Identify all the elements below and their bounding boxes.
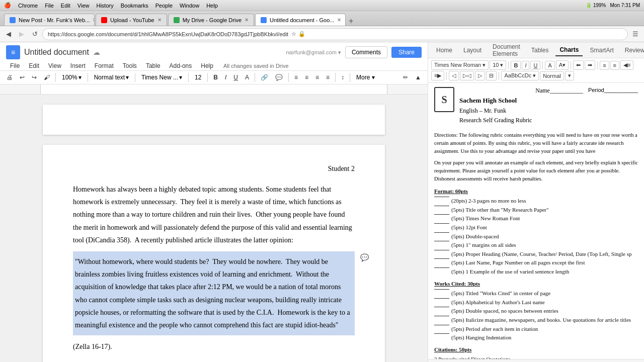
link-button[interactable]: 🔗 xyxy=(258,73,271,82)
toolbar-sep-2 xyxy=(88,73,88,82)
menu-tools[interactable]: Tools xyxy=(119,61,141,70)
rp-indent-right[interactable]: ➡ xyxy=(585,60,595,70)
rp-tab-doc-elements[interactable]: Document Elements xyxy=(489,42,524,59)
rp-school-info: Sachem High School English – Mr. Funk Re… xyxy=(459,96,583,125)
rp-tab-review[interactable]: Review xyxy=(621,45,644,56)
menu-help[interactable]: Help xyxy=(197,61,217,70)
rp-italic[interactable]: I xyxy=(522,61,529,70)
align-right-button[interactable]: ≡ xyxy=(313,73,321,82)
tab-1[interactable]: Upload - YouTube ✕ xyxy=(96,14,167,26)
format-item-0: (20pts) 2-3 pages no more no less xyxy=(434,197,638,206)
forward-button[interactable]: ▶ xyxy=(16,29,27,40)
tab-2[interactable]: My Drive - Google Drive ✕ xyxy=(168,14,254,26)
doc-page-1[interactable] xyxy=(43,105,385,135)
italic-button[interactable]: I xyxy=(222,73,229,82)
rp-tab-smartart[interactable]: SmartArt xyxy=(586,45,617,56)
rp-highlight[interactable]: A▾ xyxy=(556,60,569,70)
menu-format[interactable]: Format xyxy=(91,61,118,70)
class-line: English – Mr. Funk xyxy=(459,106,583,116)
os-file[interactable]: File xyxy=(45,3,54,9)
tab-3[interactable]: Untitled document - Goo... ✕ xyxy=(255,14,346,26)
bold-button[interactable]: B xyxy=(211,73,220,82)
rp-align-justify[interactable]: ⊟ xyxy=(486,71,497,80)
align-justify-button[interactable]: ≡ xyxy=(324,73,332,82)
rp-font-size[interactable]: 10 ▾ xyxy=(490,60,506,70)
settings-button[interactable]: ☰ xyxy=(630,29,641,40)
rp-font-name[interactable]: Times New Roman ▾ xyxy=(431,60,489,70)
rp-styles-dropdown[interactable]: AaBbCcDc ▾ xyxy=(501,71,539,80)
new-tab-button[interactable]: + xyxy=(349,17,353,26)
redo-button[interactable]: ↪ xyxy=(29,73,39,82)
more-dropdown[interactable]: More ▾ xyxy=(353,72,378,82)
os-history[interactable]: History xyxy=(96,3,113,9)
os-people[interactable]: People xyxy=(155,3,173,9)
menu-file[interactable]: File xyxy=(6,61,24,70)
comments-button[interactable]: Comments xyxy=(345,46,387,58)
align-left-button[interactable]: ≡ xyxy=(292,73,300,82)
rp-tab-tables[interactable]: Tables xyxy=(527,45,553,56)
rp-expand-styles[interactable]: ▾ xyxy=(565,71,574,80)
font-dropdown[interactable]: Times New ... ▾ xyxy=(138,72,185,82)
comment-indicator[interactable]: 💬 xyxy=(360,251,369,264)
os-view[interactable]: View xyxy=(77,3,90,9)
line-spacing-button[interactable]: ↕ xyxy=(339,73,347,82)
tab-1-close[interactable]: ✕ xyxy=(157,17,162,23)
refresh-button[interactable]: ↺ xyxy=(29,29,40,40)
menu-insert[interactable]: Insert xyxy=(66,61,90,70)
period-block: Period___________ xyxy=(588,87,638,93)
align-center-button[interactable]: ≡ xyxy=(302,73,311,82)
doc-scroll[interactable]: Student 2 Homework has always been a hig… xyxy=(0,95,428,362)
rp-directions-2: On your paper you will annotate an examp… xyxy=(434,159,638,183)
os-edit[interactable]: Edit xyxy=(61,3,70,9)
rp-align-left[interactable]: ◁ xyxy=(449,71,459,80)
rp-list-numbered[interactable]: ≡ xyxy=(610,61,619,70)
rp-font-color[interactable]: A xyxy=(545,61,554,70)
toolbar-sep-6 xyxy=(255,73,255,82)
size-dropdown[interactable]: 12 xyxy=(192,72,204,82)
rp-align-center[interactable]: ▷◁ xyxy=(460,71,474,80)
rp-tab-layout[interactable]: Layout xyxy=(459,45,486,56)
rp-tab-home[interactable]: Home xyxy=(432,45,456,56)
zoom-dropdown[interactable]: 100% ▾ xyxy=(59,72,85,82)
rp-normal-style[interactable]: Normal xyxy=(540,71,564,80)
menu-edit[interactable]: Edit xyxy=(25,61,43,70)
apple-icon[interactable]: 🍎 xyxy=(4,2,11,9)
bookmark-icon[interactable]: ☆ xyxy=(291,31,296,37)
font-color-button[interactable]: A xyxy=(243,73,252,82)
quote-citation: (Zella 16-17). xyxy=(73,340,355,353)
highlight-button[interactable]: ✏ xyxy=(400,73,411,82)
share-button[interactable]: Share xyxy=(391,47,422,58)
paint-format-button[interactable]: 🖌 xyxy=(41,73,52,82)
rp-increase-indent[interactable]: ≡▶ xyxy=(431,71,444,80)
tab-3-close[interactable]: ✕ xyxy=(337,17,341,23)
os-chrome[interactable]: Chrome xyxy=(18,3,38,9)
rp-indent-left[interactable]: ⬅ xyxy=(573,60,584,70)
rp-tab-charts[interactable]: Charts xyxy=(555,44,583,56)
tab-0[interactable]: New Post · Mr. Funk's Web... ✕ xyxy=(4,14,95,26)
comment-button[interactable]: 💬 xyxy=(273,73,285,82)
wc-item-2: (5pts) Double spaced, no spaces between … xyxy=(434,307,638,316)
undo-button[interactable]: ↩ xyxy=(17,73,27,82)
tab-0-close[interactable]: ✕ xyxy=(93,17,95,23)
address-box[interactable]: https://docs.google.com/document/d/1hhlG… xyxy=(42,28,628,40)
os-window[interactable]: Window xyxy=(180,3,199,9)
doc-page-2[interactable]: Student 2 Homework has always been a hig… xyxy=(43,145,385,362)
rp-decrease-indent[interactable]: ◀≡ xyxy=(620,60,633,70)
underline-button[interactable]: U xyxy=(231,73,240,82)
rp-content[interactable]: S Name___________ Sachem High School Eng… xyxy=(428,83,644,359)
rp-list-bullet[interactable]: ≡ xyxy=(600,61,609,70)
print-button[interactable]: 🖨 xyxy=(4,73,15,82)
menu-view[interactable]: View xyxy=(44,61,65,70)
rp-align-right[interactable]: ▷ xyxy=(475,71,485,80)
menu-addons[interactable]: Add-ons xyxy=(166,61,196,70)
rp-bold[interactable]: B xyxy=(511,61,521,70)
back-button[interactable]: ◀ xyxy=(3,29,14,40)
doc-menu-icon[interactable]: ≡ xyxy=(6,45,20,59)
collapse-toolbar-button[interactable]: ▲ xyxy=(413,73,424,82)
os-bookmarks[interactable]: Bookmarks xyxy=(121,3,148,9)
os-help[interactable]: Help xyxy=(206,3,218,9)
menu-table[interactable]: Table xyxy=(142,61,165,70)
rp-underline[interactable]: U xyxy=(530,61,540,70)
tab-2-close[interactable]: ✕ xyxy=(245,17,249,23)
style-dropdown[interactable]: Normal text ▾ xyxy=(91,72,132,82)
